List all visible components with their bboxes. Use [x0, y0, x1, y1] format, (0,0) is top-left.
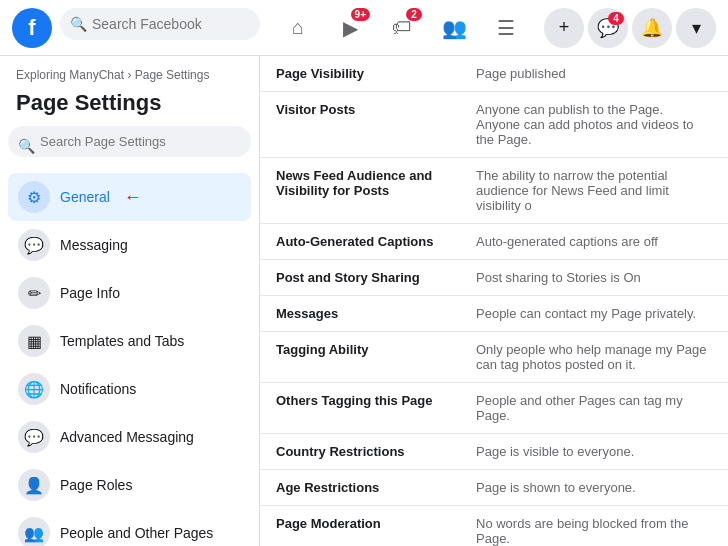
- sidebar: Exploring ManyChat › Page Settings Page …: [0, 56, 260, 546]
- row-label: Page Moderation: [260, 506, 460, 547]
- home-nav-btn[interactable]: ⌂: [274, 4, 322, 52]
- menu-nav-btn[interactable]: ☰: [482, 4, 530, 52]
- row-value: Anyone can publish to the Page. Anyone c…: [460, 92, 728, 158]
- sidebar-label-page-info: Page Info: [60, 285, 120, 301]
- notifications-btn[interactable]: 🔔: [632, 8, 672, 48]
- facebook-logo: f: [12, 8, 52, 48]
- sidebar-item-notifications[interactable]: 🌐 Notifications: [8, 365, 251, 413]
- messenger-badge: 4: [608, 12, 624, 25]
- sidebar-label-messaging: Messaging: [60, 237, 128, 253]
- table-row: Auto-Generated Captions Auto-generated c…: [260, 224, 728, 260]
- table-row: Page Moderation No words are being block…: [260, 506, 728, 547]
- main-layout: Exploring ManyChat › Page Settings Page …: [0, 56, 728, 546]
- sidebar-label-advanced-messaging: Advanced Messaging: [60, 429, 194, 445]
- table-row: Page Visibility Page published: [260, 56, 728, 92]
- row-label: Visitor Posts: [260, 92, 460, 158]
- sidebar-item-messaging[interactable]: 💬 Messaging: [8, 221, 251, 269]
- row-label: Country Restrictions: [260, 434, 460, 470]
- sidebar-label-templates-tabs: Templates and Tabs: [60, 333, 184, 349]
- marketplace-badge: 2: [406, 8, 422, 21]
- breadcrumb: Exploring ManyChat › Page Settings: [8, 68, 251, 86]
- dropdown-btn[interactable]: ▾: [676, 8, 716, 48]
- row-value: Post sharing to Stories is On: [460, 260, 728, 296]
- sidebar-item-page-roles[interactable]: 👤 Page Roles: [8, 461, 251, 509]
- table-row: Tagging Ability Only people who help man…: [260, 332, 728, 383]
- sidebar-item-general[interactable]: ⚙ General ←: [8, 173, 251, 221]
- sidebar-label-people-other: People and Other Pages: [60, 525, 213, 541]
- sidebar-label-page-roles: Page Roles: [60, 477, 132, 493]
- nav-search-icon: 🔍: [70, 16, 87, 32]
- notifications-icon: 🌐: [18, 373, 50, 405]
- row-label: Page Visibility: [260, 56, 460, 92]
- content-area: Page Visibility Page published Visitor P…: [260, 56, 728, 546]
- nav-center-icons: ⌂ ▶ 9+ 🏷 2 👥 ☰: [268, 4, 536, 52]
- row-value: No words are being blocked from the Page…: [460, 506, 728, 547]
- row-value: People can contact my Page privately.: [460, 296, 728, 332]
- add-btn[interactable]: +: [544, 8, 584, 48]
- messaging-icon: 💬: [18, 229, 50, 261]
- row-value: The ability to narrow the potential audi…: [460, 158, 728, 224]
- messenger-btn[interactable]: 💬 4: [588, 8, 628, 48]
- general-icon: ⚙: [18, 181, 50, 213]
- sidebar-item-page-info[interactable]: ✏ Page Info: [8, 269, 251, 317]
- templates-tabs-icon: ▦: [18, 325, 50, 357]
- row-value: Page is shown to everyone.: [460, 470, 728, 506]
- row-label: Tagging Ability: [260, 332, 460, 383]
- top-nav: f 🔍 ⌂ ▶ 9+ 🏷 2 👥 ☰ + 💬 4 🔔 ▾: [0, 0, 728, 56]
- row-label: Age Restrictions: [260, 470, 460, 506]
- watch-badge: 9+: [351, 8, 370, 21]
- advanced-messaging-icon: 💬: [18, 421, 50, 453]
- nav-right-icons: + 💬 4 🔔 ▾: [544, 8, 716, 48]
- sidebar-search-icon: 🔍: [18, 138, 35, 154]
- marketplace-nav-btn[interactable]: 🏷 2: [378, 4, 426, 52]
- nav-search-input[interactable]: [60, 8, 260, 40]
- sidebar-item-advanced-messaging[interactable]: 💬 Advanced Messaging: [8, 413, 251, 461]
- row-value: Page published: [460, 56, 728, 92]
- groups-nav-btn[interactable]: 👥: [430, 4, 478, 52]
- sidebar-label-notifications: Notifications: [60, 381, 136, 397]
- sidebar-item-templates-tabs[interactable]: ▦ Templates and Tabs: [8, 317, 251, 365]
- table-row: Age Restrictions Page is shown to everyo…: [260, 470, 728, 506]
- page-roles-icon: 👤: [18, 469, 50, 501]
- page-info-icon: ✏: [18, 277, 50, 309]
- table-row: Messages People can contact my Page priv…: [260, 296, 728, 332]
- page-title: Page Settings: [8, 86, 251, 126]
- row-value: Only people who help manage my Page can …: [460, 332, 728, 383]
- watch-nav-btn[interactable]: ▶ 9+: [326, 4, 374, 52]
- red-arrow-indicator: ←: [124, 187, 142, 208]
- people-other-icon: 👥: [18, 517, 50, 546]
- sidebar-search-input[interactable]: [8, 126, 251, 157]
- row-label: News Feed Audience and Visibility for Po…: [260, 158, 460, 224]
- row-label: Messages: [260, 296, 460, 332]
- row-label: Others Tagging this Page: [260, 383, 460, 434]
- table-row: Others Tagging this Page People and othe…: [260, 383, 728, 434]
- nav-search-wrap: 🔍: [60, 8, 260, 40]
- table-row: Visitor Posts Anyone can publish to the …: [260, 92, 728, 158]
- sidebar-item-people-other[interactable]: 👥 People and Other Pages: [8, 509, 251, 546]
- settings-table: Page Visibility Page published Visitor P…: [260, 56, 728, 546]
- table-row: Country Restrictions Page is visible to …: [260, 434, 728, 470]
- row-value: Auto-generated captions are off: [460, 224, 728, 260]
- sidebar-search-wrap: 🔍: [8, 126, 251, 165]
- row-label: Auto-Generated Captions: [260, 224, 460, 260]
- table-row: News Feed Audience and Visibility for Po…: [260, 158, 728, 224]
- row-value: People and other Pages can tag my Page.: [460, 383, 728, 434]
- table-row: Post and Story Sharing Post sharing to S…: [260, 260, 728, 296]
- row-value: Page is visible to everyone.: [460, 434, 728, 470]
- sidebar-label-general: General: [60, 189, 110, 205]
- row-label: Post and Story Sharing: [260, 260, 460, 296]
